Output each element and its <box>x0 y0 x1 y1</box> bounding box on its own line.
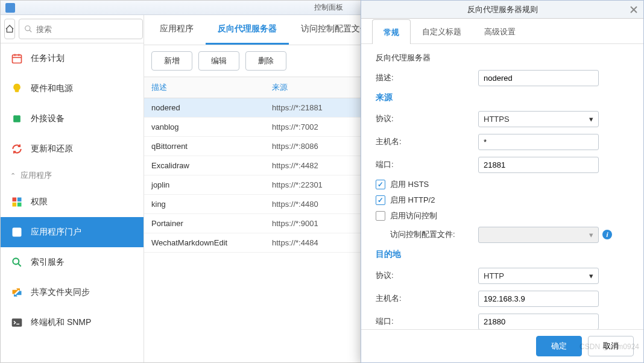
cell-desc: WechatMarkdownEdit <box>144 233 265 252</box>
sidebar-item-portal[interactable]: 应用程序门户 <box>1 217 144 247</box>
usb-icon <box>10 112 24 125</box>
svg-rect-10 <box>17 203 22 207</box>
chevron-up-icon: ⌃ <box>10 172 16 180</box>
sidebar-item-label: 外接设备 <box>31 113 65 124</box>
sidebar-item-sync[interactable]: 共享文件夹同步 <box>1 277 144 308</box>
tab-反向代理服务器[interactable]: 反向代理服务器 <box>206 15 289 45</box>
home-button[interactable] <box>4 19 15 39</box>
bulb-icon <box>10 82 24 95</box>
svg-line-13 <box>18 264 21 267</box>
dialog-title: 反向代理服务器规则 <box>467 4 538 15</box>
sidebar-list: 任务计划硬件和电源外接设备更新和还原 ⌃ 应用程序 权限应用程序门户索引服务共享… <box>1 43 144 362</box>
sidebar-top <box>1 15 144 43</box>
cell-desc: Portainer <box>144 214 265 233</box>
acl-label: 启用访问控制 <box>390 210 437 221</box>
sidebar-item-refresh[interactable]: 更新和还原 <box>1 134 144 164</box>
acl-checkbox[interactable] <box>376 211 385 221</box>
sidebar-item-label: 硬件和电源 <box>31 83 73 94</box>
svg-line-1 <box>30 30 32 33</box>
tab-应用程序[interactable]: 应用程序 <box>148 15 206 45</box>
sidebar-item-grid[interactable]: 权限 <box>1 187 144 217</box>
cell-desc: vanblog <box>144 118 265 136</box>
sidebar-item-search[interactable]: 索引服务 <box>1 247 144 277</box>
dialog-tab-高级设置[interactable]: 高级设置 <box>473 19 527 43</box>
dialog-titlebar: 反向代理服务器规则 <box>361 1 643 19</box>
reverse-proxy-dialog: 反向代理服务器规则 常规自定义标题高级设置 反向代理服务器 描述: 来源 协议:… <box>361 0 644 363</box>
sidebar-section-apps[interactable]: ⌃ 应用程序 <box>1 164 144 187</box>
col-desc[interactable]: 描述 <box>144 77 265 98</box>
dst-host-label: 主机名: <box>376 293 478 304</box>
dst-port-label: 端口: <box>376 316 478 327</box>
info-icon[interactable]: i <box>602 230 612 239</box>
dst-protocol-value: HTTP <box>484 271 504 280</box>
portal-icon <box>10 226 24 239</box>
section-dest: 目的地 <box>376 249 629 260</box>
src-port-label: 端口: <box>376 159 478 170</box>
dialog-tab-自定义标题[interactable]: 自定义标题 <box>411 19 473 43</box>
cell-desc: nodered <box>144 98 265 117</box>
src-host-input[interactable] <box>478 134 599 150</box>
sidebar-item-label: 共享文件夹同步 <box>31 287 90 298</box>
grid-icon <box>10 195 24 209</box>
sidebar-item-bulb[interactable]: 硬件和电源 <box>1 74 144 104</box>
svg-rect-6 <box>13 115 21 122</box>
src-port-input[interactable] <box>478 157 599 173</box>
acl-checkbox-row[interactable]: 启用访问控制 <box>376 210 629 221</box>
chevron-down-icon: ▾ <box>589 115 593 124</box>
http2-checkbox[interactable] <box>376 195 385 205</box>
svg-rect-7 <box>13 198 17 202</box>
src-host-label: 主机名: <box>376 136 478 147</box>
dst-protocol-label: 协议: <box>376 270 478 281</box>
sidebar-item-label: 任务计划 <box>31 53 65 64</box>
dst-protocol-select[interactable]: HTTP ▾ <box>478 268 599 284</box>
dialog-tabs: 常规自定义标题高级设置 <box>361 19 643 44</box>
search-icon <box>10 256 24 269</box>
dst-host-input[interactable] <box>478 291 599 307</box>
sidebar-item-label: 更新和还原 <box>31 144 73 154</box>
desc-label: 描述: <box>376 72 478 83</box>
sidebar-item-label: 权限 <box>31 197 48 207</box>
terminal-icon <box>10 316 24 329</box>
svg-rect-8 <box>17 198 22 202</box>
refresh-icon <box>10 142 24 156</box>
section-source: 来源 <box>376 92 629 103</box>
close-icon <box>630 6 637 13</box>
src-protocol-label: 协议: <box>376 113 478 124</box>
sidebar-item-label: 应用程序门户 <box>31 227 81 238</box>
edit-button[interactable]: 编辑 <box>198 51 239 71</box>
src-protocol-select[interactable]: HTTPS ▾ <box>478 111 599 127</box>
calendar-icon <box>10 52 24 65</box>
search-box[interactable] <box>19 19 143 39</box>
hsts-checkbox-row[interactable]: 启用 HSTS <box>376 179 629 190</box>
close-button[interactable] <box>628 4 640 16</box>
dialog-tab-常规[interactable]: 常规 <box>372 19 411 44</box>
acl-file-label: 访问控制配置文件: <box>376 229 478 240</box>
cell-desc: Excalidraw <box>144 156 265 175</box>
sidebar-item-calendar[interactable]: 任务计划 <box>1 43 144 74</box>
http2-checkbox-row[interactable]: 启用 HTTP/2 <box>376 195 629 206</box>
search-input[interactable] <box>36 25 137 34</box>
dst-port-input[interactable] <box>478 314 599 330</box>
sidebar-item-usb[interactable]: 外接设备 <box>1 104 144 134</box>
svg-rect-9 <box>13 203 17 207</box>
src-protocol-value: HTTPS <box>484 115 510 124</box>
desc-input[interactable] <box>478 70 599 86</box>
ok-button[interactable]: 确定 <box>536 336 582 356</box>
svg-rect-2 <box>13 55 22 63</box>
cell-desc: king <box>144 195 265 213</box>
http2-label: 启用 HTTP/2 <box>390 195 435 206</box>
delete-button[interactable]: 删除 <box>245 51 286 71</box>
sidebar-item-label: 索引服务 <box>31 257 65 268</box>
new-button[interactable]: 新增 <box>151 51 192 71</box>
cell-desc: qBittorrent <box>144 137 265 156</box>
watermark: CSDN @xhm0924 <box>579 342 639 351</box>
hsts-checkbox[interactable] <box>376 180 385 189</box>
cell-desc: joplin <box>144 175 265 194</box>
acl-file-select: ▾ <box>478 227 599 243</box>
app-icon <box>5 3 15 13</box>
chevron-down-icon: ▾ <box>589 230 593 239</box>
section-server: 反向代理服务器 <box>376 52 629 63</box>
svg-rect-14 <box>12 318 22 326</box>
sidebar-item-terminal[interactable]: 终端机和 SNMP <box>1 308 144 338</box>
sidebar-item-label: 终端机和 SNMP <box>31 317 91 328</box>
